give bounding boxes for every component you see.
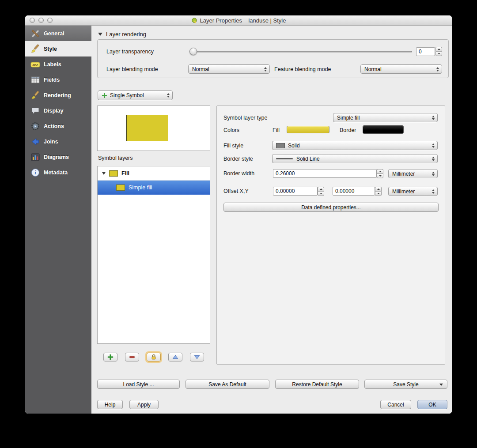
cancel-button[interactable]: Cancel	[380, 400, 411, 409]
sidebar-item-rendering[interactable]: Rendering	[25, 87, 91, 103]
expand-triangle-icon[interactable]	[102, 172, 106, 175]
stepper-up-button[interactable]	[377, 169, 383, 173]
sidebar-item-joins[interactable]: Joins	[25, 134, 91, 149]
tools-icon	[30, 29, 40, 38]
popup-arrows-icon	[432, 172, 435, 176]
move-layer-up-button[interactable]	[168, 353, 182, 361]
apply-button[interactable]: Apply	[129, 400, 159, 409]
layer-rendering-header[interactable]: Layer rendering	[98, 31, 146, 38]
fill-style-select[interactable]: Solid	[272, 141, 438, 150]
offset-label: Offset X,Y	[223, 188, 249, 194]
offset-y-field[interactable]: 0.00000	[333, 187, 375, 196]
data-defined-properties-button[interactable]: Data defined properties...	[223, 203, 439, 212]
fill-color-button[interactable]	[287, 126, 329, 133]
zoom-window-button[interactable]	[47, 18, 53, 23]
tree-item-fill[interactable]: Fill	[98, 166, 210, 181]
minimize-window-button[interactable]	[38, 18, 44, 23]
popup-arrows-icon	[167, 93, 170, 98]
tree-item-simple-fill[interactable]: Simple fill	[98, 181, 210, 195]
sidebar-item-general[interactable]: General	[25, 26, 91, 41]
stepper-down-button[interactable]	[377, 173, 383, 178]
window-title: Layer Properties – landuse | Style	[191, 17, 286, 24]
layer-blending-select[interactable]: Normal	[188, 64, 270, 74]
popup-arrows-icon	[436, 67, 439, 72]
solid-fill-swatch-icon	[276, 143, 285, 148]
offset-x-field[interactable]: 0.00000	[273, 187, 318, 196]
border-style-label: Border style	[223, 156, 253, 162]
sidebar-item-labels[interactable]: abc Labels	[25, 56, 91, 72]
layer-transparency-slider[interactable]	[189, 46, 412, 57]
gear-action-icon	[30, 121, 40, 131]
sidebar-item-fields[interactable]: Fields	[25, 72, 91, 87]
sidebar-item-actions[interactable]: Actions	[25, 118, 91, 134]
info-icon: i	[30, 168, 40, 177]
remove-symbol-layer-button[interactable]	[125, 353, 139, 361]
add-symbol-layer-button[interactable]	[103, 353, 117, 361]
sidebar-label: Rendering	[44, 92, 71, 98]
popup-arrows-icon	[432, 143, 435, 148]
help-button[interactable]: Help	[97, 400, 123, 409]
offset-y-stepper[interactable]	[375, 187, 382, 196]
sidebar-label: Metadata	[44, 169, 68, 176]
render-brush-icon	[30, 90, 40, 100]
paintbrush-icon	[30, 44, 40, 54]
stepper-down-button[interactable]	[375, 191, 382, 196]
solid-line-icon	[276, 158, 293, 159]
minus-icon	[129, 354, 135, 360]
single-symbol-icon	[102, 93, 107, 98]
close-window-button[interactable]	[30, 18, 35, 23]
transparency-value-field[interactable]: 0	[416, 47, 435, 56]
plus-icon	[107, 354, 114, 360]
slider-knob[interactable]	[189, 48, 197, 55]
border-width-stepper[interactable]	[377, 169, 383, 178]
load-style-button[interactable]: Load Style ...	[97, 380, 180, 389]
symbol-preview-swatch	[126, 115, 168, 141]
stepper-down-button[interactable]	[435, 51, 442, 56]
offset-x-stepper[interactable]	[318, 187, 324, 196]
border-width-field[interactable]: 0.26000	[273, 169, 377, 178]
border-color-button[interactable]	[363, 125, 404, 134]
sidebar-label: Diagrams	[44, 154, 69, 160]
qgis-logo-icon	[191, 17, 198, 24]
restore-default-style-button[interactable]: Restore Default Style	[275, 380, 359, 389]
symbol-layers-tree: Fill Simple fill	[97, 166, 210, 344]
collapse-triangle-icon	[98, 33, 102, 36]
ok-button[interactable]: OK	[417, 400, 447, 409]
feature-blending-select[interactable]: Normal	[360, 64, 442, 74]
renderer-select[interactable]: Single Symbol	[98, 90, 173, 100]
fill-style-label: Fill style	[223, 143, 243, 149]
save-as-default-button[interactable]: Save As Default	[186, 380, 269, 389]
simple-fill-swatch-icon	[116, 184, 125, 191]
symbol-layer-type-select[interactable]: Simple fill	[333, 113, 438, 122]
sidebar-item-metadata[interactable]: i Metadata	[25, 165, 91, 180]
down-arrow-icon	[194, 354, 200, 360]
stepper-up-button[interactable]	[375, 187, 382, 191]
lock-symbol-layer-button[interactable]	[147, 353, 161, 361]
symbol-layers-label: Symbol layers	[98, 155, 133, 161]
move-layer-down-button[interactable]	[190, 353, 204, 361]
sidebar-item-diagrams[interactable]: Diagrams	[25, 149, 91, 165]
slider-track[interactable]	[189, 51, 412, 53]
fill-swatch-icon	[109, 170, 118, 177]
popup-arrows-icon	[432, 157, 435, 161]
sidebar: General Style abc Labels Fields	[25, 26, 91, 414]
sidebar-label: Labels	[44, 61, 61, 68]
sidebar-label: Fields	[44, 77, 60, 83]
colors-label: Colors	[223, 127, 239, 133]
border-style-select[interactable]: Solid Line	[272, 154, 438, 163]
layer-blending-label: Layer blending mode	[106, 66, 158, 72]
transparency-stepper[interactable]	[435, 47, 442, 56]
sidebar-item-display[interactable]: Display	[25, 103, 91, 118]
stepper-down-button[interactable]	[318, 191, 324, 196]
layer-transparency-label: Layer transparency	[106, 49, 154, 55]
sidebar-label: Display	[44, 108, 63, 114]
border-width-unit-select[interactable]: Millimeter	[388, 169, 438, 178]
save-style-button[interactable]: Save Style	[364, 380, 447, 389]
titlebar[interactable]: Layer Properties – landuse | Style	[25, 15, 452, 26]
table-icon	[30, 75, 40, 85]
abc-label-icon: abc	[30, 60, 40, 69]
sidebar-item-style[interactable]: Style	[25, 41, 91, 56]
offset-unit-select[interactable]: Millimeter	[388, 187, 438, 196]
stepper-up-button[interactable]	[318, 187, 324, 191]
stepper-up-button[interactable]	[435, 47, 442, 51]
